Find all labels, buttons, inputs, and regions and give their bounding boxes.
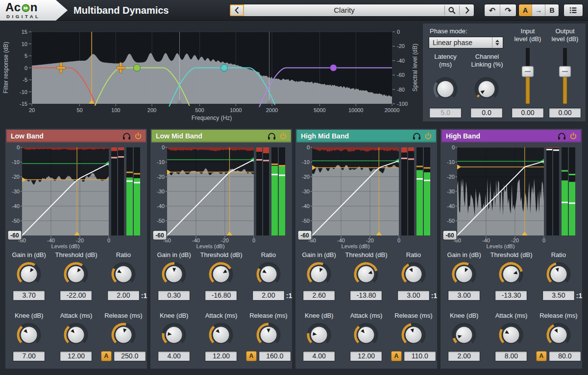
threshold-knob[interactable] bbox=[208, 261, 234, 287]
ratio-value[interactable]: 3.00 bbox=[397, 290, 430, 301]
ratio-value[interactable]: 2.00 bbox=[252, 290, 285, 301]
threshold-value[interactable]: -22.00 bbox=[60, 290, 92, 301]
ratio-value[interactable]: 3.50 bbox=[542, 290, 575, 301]
band-header[interactable]: High Mid Band bbox=[296, 130, 436, 142]
band-solo-button[interactable] bbox=[556, 131, 567, 141]
phase-mode-select[interactable]: Linear phase bbox=[429, 37, 503, 48]
release-knob[interactable] bbox=[546, 322, 571, 348]
knee-value[interactable]: 4.00 bbox=[303, 351, 335, 361]
gain-in-knob[interactable] bbox=[451, 261, 477, 287]
range-min-button[interactable]: -60 bbox=[153, 231, 167, 240]
threshold-knob[interactable] bbox=[498, 261, 524, 287]
release-knob[interactable] bbox=[401, 322, 426, 348]
band-gain-handle[interactable] bbox=[133, 65, 140, 71]
attack-value[interactable]: 12.00 bbox=[350, 351, 382, 361]
ratio-value[interactable]: 2.00 bbox=[107, 290, 140, 301]
input-level-slider[interactable] bbox=[520, 46, 535, 106]
preset-prev-button[interactable] bbox=[230, 4, 244, 16]
latency-knob[interactable] bbox=[433, 76, 458, 102]
threshold-value[interactable]: -16.80 bbox=[205, 290, 237, 301]
band-power-button[interactable] bbox=[567, 131, 579, 141]
knee-value[interactable]: 7.00 bbox=[13, 351, 45, 361]
latency-value[interactable]: 5.0 bbox=[429, 108, 462, 118]
threshold-value[interactable]: -13.30 bbox=[495, 290, 527, 301]
attack-value[interactable]: 12.00 bbox=[60, 351, 92, 361]
knee-knob[interactable] bbox=[16, 322, 42, 348]
band-solo-button[interactable] bbox=[411, 131, 422, 141]
channel-linking-knob[interactable] bbox=[474, 76, 499, 102]
release-value[interactable]: 160.0 bbox=[259, 351, 291, 361]
knee-value[interactable]: 2.00 bbox=[448, 351, 480, 361]
band-transfer-graph[interactable]: 0-10-20-30-40-50-60-40-200Levels (dB)-60 bbox=[442, 144, 581, 249]
gain-in-value[interactable]: 3.00 bbox=[448, 290, 480, 301]
knee-value[interactable]: 4.00 bbox=[158, 351, 190, 361]
main-menu-button[interactable] bbox=[564, 4, 583, 16]
knee-knob[interactable] bbox=[161, 322, 187, 348]
band-power-button[interactable] bbox=[422, 131, 434, 141]
attack-value[interactable]: 8.00 bbox=[495, 351, 527, 361]
attack-knob[interactable] bbox=[208, 322, 234, 348]
plugin-window: Ac n DIGITAL Multiband Dynamics Clarity bbox=[0, 0, 588, 375]
band-transfer-graph[interactable]: 0-10-20-30-40-50-60-40-200Levels (dB)-60 bbox=[152, 144, 291, 249]
band-solo-button[interactable] bbox=[266, 131, 277, 141]
svg-text:-60: -60 bbox=[155, 232, 164, 239]
ratio-knob[interactable] bbox=[401, 261, 426, 287]
ratio-knob[interactable] bbox=[111, 261, 136, 287]
range-min-button[interactable]: -60 bbox=[443, 231, 457, 240]
threshold-knob[interactable] bbox=[63, 261, 89, 287]
threshold-param: Threshold (dB) -13.80 bbox=[343, 251, 390, 301]
gain-in-knob[interactable] bbox=[306, 261, 332, 287]
band-transfer-graph[interactable]: 0-10-20-30-40-50-60-40-200Levels (dB)-60 bbox=[7, 144, 146, 249]
auto-release-button[interactable]: A bbox=[101, 351, 112, 361]
preset-next-button[interactable] bbox=[460, 4, 474, 16]
auto-release-button[interactable]: A bbox=[246, 351, 257, 361]
ratio-knob[interactable] bbox=[546, 261, 571, 287]
threshold-knob[interactable] bbox=[353, 261, 379, 287]
attack-knob[interactable] bbox=[63, 322, 89, 348]
preset-b-button[interactable]: B bbox=[545, 4, 559, 16]
release-value[interactable]: 110.0 bbox=[404, 351, 436, 361]
preset-name[interactable]: Clarity bbox=[244, 4, 444, 16]
gain-in-value[interactable]: 3.70 bbox=[13, 290, 45, 301]
band-header[interactable]: High Band bbox=[441, 130, 581, 142]
redo-button[interactable]: ↷ bbox=[500, 4, 516, 16]
ratio-knob[interactable] bbox=[256, 261, 281, 287]
gain-in-knob[interactable] bbox=[161, 261, 187, 287]
release-knob[interactable] bbox=[111, 322, 136, 348]
preset-a-button[interactable]: A bbox=[519, 4, 532, 16]
auto-release-button[interactable]: A bbox=[391, 351, 402, 361]
release-value[interactable]: 80.0 bbox=[549, 351, 581, 361]
knee-param: Knee (dB) 4.00 bbox=[150, 312, 197, 361]
output-level-value[interactable]: 0.00 bbox=[549, 108, 581, 118]
release-knob[interactable] bbox=[256, 322, 281, 348]
output-level-slider[interactable] bbox=[558, 46, 572, 106]
knee-knob[interactable] bbox=[451, 322, 477, 348]
band-power-button[interactable] bbox=[277, 131, 289, 141]
preset-search-button[interactable] bbox=[445, 4, 459, 16]
range-min-button[interactable]: -60 bbox=[8, 231, 22, 240]
band-header[interactable]: Low Band bbox=[6, 130, 146, 142]
channel-linking-value[interactable]: 0.0 bbox=[470, 108, 503, 118]
band-gain-handle[interactable] bbox=[221, 65, 228, 71]
band-solo-button[interactable] bbox=[121, 131, 132, 141]
gain-in-value[interactable]: 0.30 bbox=[158, 290, 190, 301]
release-value[interactable]: 250.0 bbox=[114, 351, 146, 361]
undo-button[interactable]: ↶ bbox=[485, 4, 500, 16]
threshold-value[interactable]: -13.80 bbox=[350, 290, 382, 301]
crossover-spectrum-chart[interactable]: 151050-5-10-150-20-40-60-80-100205010020… bbox=[0, 22, 421, 125]
band-power-button[interactable] bbox=[132, 131, 144, 141]
band-header[interactable]: Low Mid Band bbox=[151, 130, 291, 142]
attack-knob[interactable] bbox=[353, 322, 379, 348]
gain-in-knob[interactable] bbox=[16, 261, 42, 287]
attack-value[interactable]: 12.00 bbox=[205, 351, 237, 361]
input-level-value[interactable]: 0.00 bbox=[512, 108, 544, 118]
band-gain-handle[interactable] bbox=[330, 65, 337, 71]
range-min-button[interactable]: -60 bbox=[298, 231, 312, 240]
band-transfer-graph[interactable]: 0-10-20-30-40-50-60-40-200Levels (dB)-60 bbox=[297, 144, 436, 249]
knee-param: Knee (dB) 2.00 bbox=[441, 312, 488, 361]
attack-knob[interactable] bbox=[498, 322, 524, 348]
knee-knob[interactable] bbox=[306, 322, 332, 348]
auto-release-button[interactable]: A bbox=[536, 351, 547, 361]
gain-in-value[interactable]: 2.60 bbox=[303, 290, 335, 301]
copy-a-to-b-button[interactable]: → bbox=[532, 4, 545, 16]
